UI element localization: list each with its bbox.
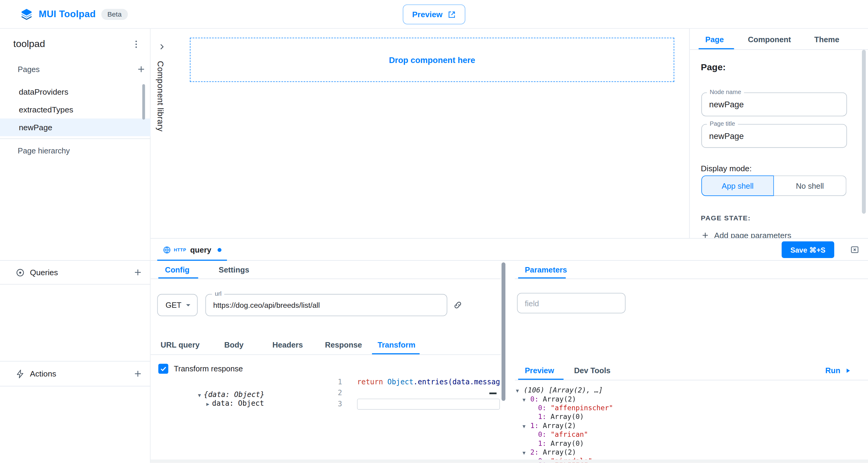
url-field: url xyxy=(205,294,447,316)
tab-response[interactable]: Response xyxy=(325,336,362,354)
horizontal-scrollbar[interactable] xyxy=(151,459,868,463)
preview-button-label: Preview xyxy=(412,10,443,19)
plus-icon xyxy=(701,231,710,238)
tab-component[interactable]: Component xyxy=(748,29,791,50)
parameter-field xyxy=(517,293,626,313)
query-config-pane: Config Settings GET url URL query Body xyxy=(151,261,501,460)
link-icon[interactable] xyxy=(453,300,463,310)
queries-section: Queries xyxy=(0,260,151,284)
external-link-icon xyxy=(447,10,456,19)
tab-headers[interactable]: Headers xyxy=(273,336,303,354)
tab-settings[interactable]: Settings xyxy=(219,261,249,279)
close-panel-icon[interactable] xyxy=(849,245,860,255)
actions-section: Actions xyxy=(0,361,151,387)
inspector-panel: Page Component Theme Page: Node name Pag… xyxy=(689,29,868,238)
app-title: MUI Toolpad xyxy=(39,9,96,20)
console-key: 1: xyxy=(538,412,550,421)
inspector-tabs: Page Component Theme xyxy=(690,29,868,50)
console-value: Array(2) xyxy=(543,422,576,430)
data-tree-child: ▶data: Object xyxy=(172,390,264,399)
active-tab-indicator xyxy=(372,353,420,354)
code-token: Object xyxy=(387,378,413,386)
tab-page[interactable]: Page xyxy=(705,29,724,50)
console-value: "affenpinscher" xyxy=(551,404,613,412)
sidebar-page-newpage[interactable]: newPage xyxy=(0,119,151,136)
query-editor-panel: HTTP query Save ⌘+S Config Settings GET xyxy=(151,238,868,463)
code-row[interactable]: 2 xyxy=(328,388,500,399)
console-value: (106) [Array(2), …] xyxy=(524,386,603,394)
expander-right-icon[interactable]: ▶ xyxy=(206,402,209,407)
run-button-label: Run xyxy=(825,366,840,375)
tab-transform[interactable]: Transform xyxy=(378,336,415,354)
tab-theme[interactable]: Theme xyxy=(814,29,839,50)
http-method-select[interactable]: GET xyxy=(157,294,198,316)
editor-scrollbar[interactable] xyxy=(501,263,505,401)
line-number: 2 xyxy=(328,388,342,399)
add-page-parameters-button[interactable]: Add page parameters xyxy=(701,231,791,238)
query-tab-label: query xyxy=(190,245,211,254)
sidebar-page-extractedtypes[interactable]: extractedTypes xyxy=(0,101,151,119)
console-line: ▼(106) [Array(2), …] xyxy=(515,386,868,395)
config-tabs: Config Settings xyxy=(151,261,501,279)
add-action-button[interactable] xyxy=(133,369,143,379)
pages-scrollbar[interactable] xyxy=(142,84,145,120)
sidebar-page-dataproviders[interactable]: dataProviders xyxy=(0,83,151,101)
line-number: 3 xyxy=(328,399,342,410)
queries-label: Queries xyxy=(30,268,58,277)
console-value: Array(0) xyxy=(551,412,584,421)
play-icon xyxy=(844,367,851,374)
query-panel-header: HTTP query Save ⌘+S xyxy=(151,239,868,261)
run-button[interactable]: Run xyxy=(825,361,851,380)
transform-response-checkbox[interactable] xyxy=(158,364,168,374)
page-item-label: dataProviders xyxy=(19,87,68,96)
tab-url-query[interactable]: URL query xyxy=(161,336,200,354)
active-tab-indicator xyxy=(518,277,566,279)
tab-dev-tools[interactable]: Dev Tools xyxy=(574,361,611,380)
node-name-input[interactable] xyxy=(701,93,847,116)
transform-response-label: Transform response xyxy=(174,364,243,373)
page-item-label: newPage xyxy=(19,123,52,132)
expander-down-icon[interactable]: ▼ xyxy=(523,449,530,457)
add-page-button[interactable] xyxy=(136,64,146,74)
url-input[interactable] xyxy=(205,294,447,316)
code-row[interactable]: 1 return Object.entries(data.messag xyxy=(328,376,500,388)
editor-canvas: Component library Drop component here xyxy=(151,29,689,238)
preview-button[interactable]: Preview xyxy=(403,4,465,24)
component-library-label: Component library xyxy=(156,61,165,131)
console-key: 2: xyxy=(530,448,543,456)
inspector-heading: Page: xyxy=(701,62,726,73)
tab-config[interactable]: Config xyxy=(165,261,189,279)
query-tab[interactable]: HTTP query xyxy=(157,239,227,261)
tab-parameters[interactable]: Parameters xyxy=(525,261,567,279)
component-library-strip[interactable]: Component library xyxy=(151,29,173,238)
drop-zone[interactable]: Drop component here xyxy=(190,38,674,82)
active-tab-indicator xyxy=(158,277,198,279)
page-title-input[interactable] xyxy=(701,124,847,148)
tab-body[interactable]: Body xyxy=(224,336,244,354)
actions-label: Actions xyxy=(30,369,56,378)
tab-preview[interactable]: Preview xyxy=(525,361,554,380)
add-query-button[interactable] xyxy=(133,267,143,277)
toggle-no-shell[interactable]: No shell xyxy=(774,176,846,196)
inspector-scrollbar[interactable] xyxy=(862,50,866,214)
code-token: .entries(data.messag xyxy=(413,378,500,386)
expander-down-icon[interactable]: ▼ xyxy=(516,387,524,395)
code-token: return xyxy=(357,378,388,386)
console-value: Array(2) xyxy=(543,395,576,403)
expander-down-icon[interactable]: ▼ xyxy=(523,422,530,431)
save-button[interactable]: Save ⌘+S xyxy=(781,242,834,258)
page-title-field: Page title xyxy=(701,124,847,148)
workspace-menu-icon[interactable] xyxy=(131,39,141,49)
display-mode-label: Display mode: xyxy=(701,164,752,173)
tree-node-label: data: Object xyxy=(212,399,264,407)
active-tab-indicator xyxy=(699,48,734,50)
toggle-app-shell[interactable]: App shell xyxy=(701,176,774,196)
parameter-field-input[interactable] xyxy=(517,293,626,313)
expander-down-icon[interactable]: ▼ xyxy=(523,395,530,404)
page-hierarchy-label: Page hierarchy xyxy=(18,146,70,155)
http-query-icon xyxy=(163,246,171,254)
chevron-right-icon[interactable] xyxy=(157,42,167,52)
chevron-down-icon xyxy=(183,300,193,310)
url-label: url xyxy=(212,290,224,297)
console-line: ▼1: Array(2) xyxy=(515,422,868,430)
